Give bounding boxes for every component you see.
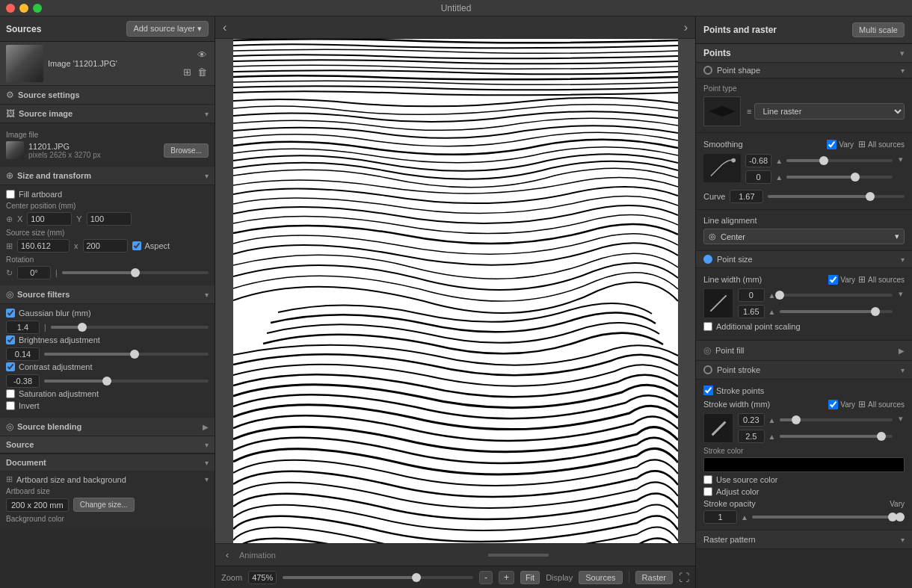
source-image-content: Image file 11201.JPG pixels 2626 x 3270 … bbox=[0, 123, 215, 167]
fullscreen-button[interactable]: ⛶ bbox=[679, 572, 689, 584]
add-source-button[interactable]: Add source layer ▾ bbox=[126, 21, 209, 37]
sw-vary-checkbox[interactable] bbox=[828, 400, 838, 409]
smoothing-value-1: -0.68 bbox=[745, 154, 771, 167]
sw-slider-track-2[interactable] bbox=[780, 435, 893, 438]
lw-slider-track-2[interactable] bbox=[780, 310, 893, 313]
close-button[interactable] bbox=[6, 4, 15, 13]
sw-value-2: 2.5 bbox=[738, 430, 765, 443]
stroke-points-checkbox[interactable] bbox=[703, 386, 713, 395]
zoom-slider[interactable] bbox=[283, 576, 473, 579]
center-y-input[interactable] bbox=[87, 212, 132, 226]
contrast-checkbox[interactable] bbox=[6, 362, 15, 371]
gaussian-row: Gaussian blur (mm) bbox=[6, 309, 209, 318]
lw-up-2[interactable]: ▲ bbox=[768, 308, 777, 316]
line-align-select[interactable]: ◎ Center ▾ bbox=[703, 229, 905, 244]
raster-pattern-section: Raster pattern ▾ bbox=[696, 530, 912, 549]
change-size-button[interactable]: Change size... bbox=[73, 498, 135, 512]
zoom-slider-thumb[interactable] bbox=[412, 573, 421, 582]
point-shape-row[interactable]: Point shape ▾ bbox=[696, 63, 912, 78]
visibility-button[interactable]: 👁 bbox=[196, 48, 209, 62]
contrast-slider[interactable] bbox=[44, 380, 209, 383]
invert-label: Invert bbox=[19, 401, 40, 410]
sources-display-button[interactable]: Sources bbox=[579, 571, 622, 584]
smoothing-vary-checkbox[interactable] bbox=[827, 140, 836, 149]
smoothing-slider-track-1[interactable] bbox=[786, 159, 893, 162]
stroke-color-swatch[interactable] bbox=[703, 457, 905, 472]
source-filters-header[interactable]: ◎ Source filters ▾ bbox=[0, 285, 215, 304]
adjust-color-checkbox[interactable] bbox=[703, 487, 712, 496]
canvas-prev-button[interactable]: ‹ bbox=[218, 21, 231, 34]
display-label: Display bbox=[546, 573, 573, 582]
height-input[interactable] bbox=[83, 239, 128, 253]
document-header[interactable]: Document ▾ bbox=[0, 454, 215, 471]
maximize-button[interactable] bbox=[33, 4, 42, 13]
opacity-up[interactable]: ▲ bbox=[740, 513, 749, 522]
curve-slider[interactable] bbox=[768, 195, 905, 198]
source-image-header[interactable]: 🖼 Source image ▾ bbox=[0, 105, 215, 123]
point-size-radio[interactable] bbox=[703, 255, 712, 264]
rotation-slider[interactable] bbox=[62, 271, 209, 274]
use-source-checkbox[interactable] bbox=[703, 475, 712, 484]
source-settings-header[interactable]: ⚙ Source settings bbox=[0, 86, 215, 105]
gaussian-slider[interactable] bbox=[51, 326, 209, 329]
point-fill-section: ◎ Point fill ▶ bbox=[696, 341, 912, 361]
smoothing-slider-track-2[interactable] bbox=[786, 176, 893, 179]
size-transform-header[interactable]: ⊕ Size and transform ▾ bbox=[0, 167, 215, 185]
saturation-checkbox[interactable] bbox=[6, 389, 15, 398]
width-input[interactable] bbox=[17, 239, 70, 253]
canvas-next-button[interactable]: › bbox=[680, 21, 692, 34]
smoothing-dropdown[interactable]: ▾ bbox=[897, 154, 905, 165]
point-size-row[interactable]: Point size ▾ bbox=[696, 251, 912, 268]
center-x-input[interactable] bbox=[27, 212, 72, 226]
all-sources-label: All sources bbox=[868, 140, 905, 149]
point-shape-radio[interactable] bbox=[703, 66, 712, 75]
prev-frame-button[interactable]: ‹ bbox=[221, 550, 233, 560]
lw-slider-track-1[interactable] bbox=[780, 294, 893, 297]
sw-up-1[interactable]: ▲ bbox=[768, 416, 777, 424]
delete-button[interactable]: 🗑 bbox=[196, 65, 209, 79]
sw-up-2[interactable]: ▲ bbox=[768, 433, 777, 441]
gaussian-checkbox[interactable] bbox=[6, 309, 15, 318]
raster-button[interactable]: Raster bbox=[635, 571, 673, 584]
aspect-checkbox[interactable] bbox=[132, 241, 141, 250]
two-sliders: -0.68 ▲ 0 ▲ bbox=[745, 154, 893, 184]
fit-button[interactable]: Fit bbox=[520, 571, 540, 584]
animation-scrubber[interactable] bbox=[488, 554, 689, 557]
multiscale-button[interactable]: Multi scale bbox=[852, 22, 905, 37]
point-fill-chevron: ▶ bbox=[899, 347, 905, 355]
use-source-row: Use source color bbox=[703, 475, 905, 484]
zoom-minus-button[interactable]: - bbox=[479, 571, 493, 584]
point-type-select-row: ≡ Line raster bbox=[747, 103, 905, 120]
point-stroke-radio[interactable] bbox=[703, 365, 712, 374]
additional-scaling-checkbox[interactable] bbox=[703, 322, 712, 331]
opacity-slider[interactable] bbox=[752, 516, 893, 519]
point-stroke-header[interactable]: Point stroke ▾ bbox=[696, 361, 912, 379]
invert-checkbox[interactable] bbox=[6, 401, 15, 410]
source-section-header[interactable]: Source ▾ bbox=[0, 436, 215, 454]
sw-dropdown[interactable]: ▾ bbox=[897, 413, 905, 424]
halftone-svg bbox=[233, 39, 678, 543]
smoothing-up-2[interactable]: ▲ bbox=[774, 173, 783, 182]
zoom-plus-button[interactable]: + bbox=[499, 571, 514, 584]
raster-pattern-header[interactable]: Raster pattern ▾ bbox=[696, 530, 912, 548]
window-controls[interactable] bbox=[6, 4, 42, 13]
smoothing-up-1[interactable]: ▲ bbox=[774, 157, 783, 165]
brightness-slider[interactable] bbox=[44, 353, 209, 356]
point-type-select[interactable]: Line raster bbox=[754, 103, 905, 120]
points-section-bar[interactable]: Points ▾ bbox=[696, 44, 912, 63]
fill-artboard-checkbox[interactable] bbox=[6, 190, 15, 199]
browse-button[interactable]: Browse... bbox=[164, 143, 209, 158]
size-transform-content: Fill artboard Center position (mm) ⊕ X Y… bbox=[0, 185, 215, 285]
lw-vary-checkbox[interactable] bbox=[828, 275, 838, 285]
brightness-checkbox[interactable] bbox=[6, 335, 15, 344]
copy-button[interactable]: ⊞ bbox=[182, 65, 193, 79]
source-item[interactable]: Image '11201.JPG' 👁 ⊞ 🗑 bbox=[0, 42, 215, 86]
point-fill-header[interactable]: ◎ Point fill ▶ bbox=[696, 341, 912, 360]
lw-dropdown[interactable]: ▾ bbox=[897, 288, 905, 300]
minimize-button[interactable] bbox=[19, 4, 28, 13]
zoom-value: 475% bbox=[248, 571, 277, 584]
lw-all-sources: ⊞ All sources bbox=[858, 274, 905, 285]
curve-thumb[interactable] bbox=[866, 192, 875, 201]
source-blending-header[interactable]: ◎ Source blending ▶ bbox=[0, 418, 215, 436]
sw-slider-track-1[interactable] bbox=[780, 418, 893, 421]
